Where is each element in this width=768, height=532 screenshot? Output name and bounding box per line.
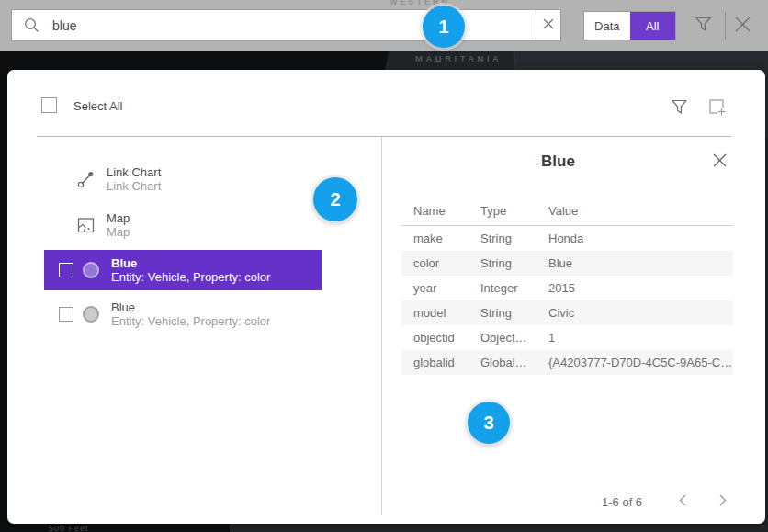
search-box xyxy=(11,9,561,41)
clear-search-button[interactable] xyxy=(536,10,560,40)
search-toolbar: WESTERN Data All xyxy=(0,0,768,51)
pagination: 1-6 of 6 xyxy=(602,492,730,511)
map-label-mauritania: MAURITANIA xyxy=(415,53,502,63)
result-item-map[interactable]: Map Map xyxy=(44,206,322,244)
result-title: Map xyxy=(107,211,130,225)
result-title: Blue xyxy=(111,256,270,270)
table-row: make String Honda xyxy=(401,226,733,252)
detail-pane: Blue Name Type Value make Str xyxy=(381,70,735,524)
map-scale-text: 500 Feet xyxy=(49,524,89,532)
map-icon xyxy=(76,215,96,235)
cell-type: String xyxy=(469,226,536,252)
chevron-left-icon xyxy=(679,494,686,509)
close-search-button[interactable] xyxy=(728,12,756,40)
table-row: color String Blue xyxy=(401,251,733,276)
cell-name: globalid xyxy=(401,350,469,375)
cell-value: 2015 xyxy=(536,276,733,300)
column-header-value: Value xyxy=(536,200,733,226)
link-chart-icon xyxy=(76,169,96,189)
table-row: objectid Object… 1 xyxy=(401,325,733,350)
next-page-button[interactable] xyxy=(716,492,730,511)
cell-value: Honda xyxy=(536,226,733,252)
search-icon xyxy=(24,17,40,33)
cell-type: String xyxy=(469,300,536,325)
column-header-name: Name xyxy=(401,200,469,226)
cell-value: Blue xyxy=(536,251,733,276)
entity-circle-icon xyxy=(83,262,99,278)
pagination-range-text: 1-6 of 6 xyxy=(602,495,642,509)
close-icon xyxy=(713,153,727,170)
attribute-table: Name Type Value make String Honda color … xyxy=(401,200,733,375)
select-all-checkbox[interactable] xyxy=(41,97,57,113)
scope-data-button[interactable]: Data xyxy=(584,12,630,40)
filter-icon xyxy=(695,16,712,36)
result-checkbox[interactable] xyxy=(59,307,73,322)
cell-name: make xyxy=(401,226,469,252)
cell-value: Civic xyxy=(536,300,733,325)
cell-type: Object… xyxy=(469,325,536,350)
result-subtitle: Entity: Vehicle, Property: color xyxy=(111,314,270,328)
result-item-blue[interactable]: Blue Entity: Vehicle, Property: color xyxy=(44,294,322,334)
app-window: MAURITANIA 500 Feet WESTERN Data All xyxy=(0,0,768,532)
cell-name: model xyxy=(401,300,469,325)
scope-all-button[interactable]: All xyxy=(630,12,676,40)
search-results-panel: Select All Link Chart Link Chart xyxy=(7,70,765,524)
result-subtitle: Link Chart xyxy=(107,179,161,193)
table-header-row: Name Type Value xyxy=(401,200,733,226)
entity-circle-icon xyxy=(83,306,99,323)
result-subtitle: Map xyxy=(107,225,130,239)
cell-name: year xyxy=(401,276,469,300)
table-row: model String Civic xyxy=(401,300,733,325)
cell-value: {A4203777-D70D-4C5C-9A65-C… xyxy=(536,350,733,375)
result-subtitle: Entity: Vehicle, Property: color xyxy=(111,270,270,284)
filter-button[interactable] xyxy=(689,12,717,40)
table-row: year Integer 2015 xyxy=(401,276,733,300)
cell-name: color xyxy=(401,251,469,276)
detail-title: Blue xyxy=(381,153,735,171)
cell-type: String xyxy=(469,251,536,276)
close-detail-button[interactable] xyxy=(708,151,730,173)
cell-name: objectid xyxy=(401,325,469,350)
toolbar-divider xyxy=(725,12,726,40)
callout-badge-2: 2 xyxy=(313,177,357,221)
cell-value: 1 xyxy=(536,325,733,350)
select-all-label: Select All xyxy=(73,99,122,113)
chevron-right-icon xyxy=(719,494,727,509)
result-item-blue-selected[interactable]: Blue Entity: Vehicle, Property: color xyxy=(44,250,322,290)
result-checkbox[interactable] xyxy=(59,263,73,277)
callout-badge-3: 3 xyxy=(468,402,510,444)
scope-toggle: Data All xyxy=(583,11,676,40)
result-title: Blue xyxy=(111,300,270,314)
previous-page-button[interactable] xyxy=(675,492,690,511)
result-item-link-chart[interactable]: Link Chart Link Chart xyxy=(44,160,322,198)
close-icon xyxy=(734,16,751,36)
table-row: globalid Global… {A4203777-D70D-4C5C-9A6… xyxy=(401,350,733,375)
cell-type: Global… xyxy=(469,350,536,375)
cell-type: Integer xyxy=(469,276,536,300)
callout-badge-1: 1 xyxy=(423,6,465,48)
column-header-type: Type xyxy=(469,200,536,226)
result-title: Link Chart xyxy=(107,165,161,179)
clear-icon xyxy=(543,18,554,32)
